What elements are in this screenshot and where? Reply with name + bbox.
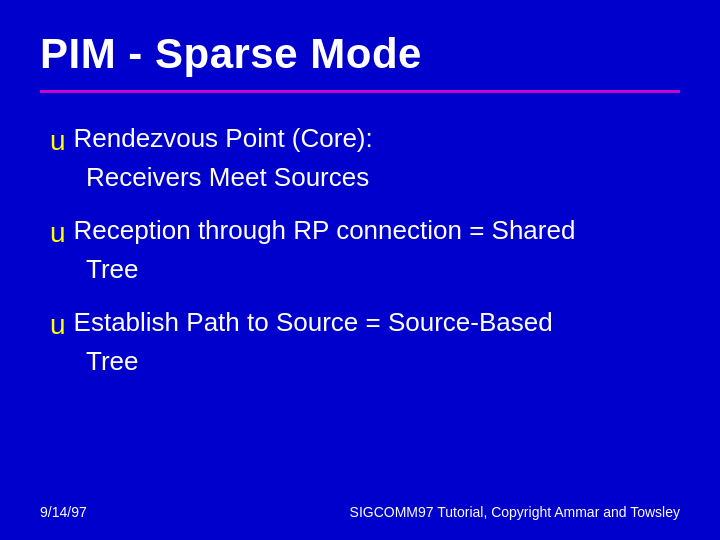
bullet-line-1: u Rendezvous Point (Core): xyxy=(50,121,680,160)
bullet-text-1a: Rendezvous Point (Core): xyxy=(74,121,373,156)
bullet-indent-2: Tree xyxy=(50,252,680,287)
title-section: PIM - Sparse Mode xyxy=(40,30,680,93)
bullet-item-1: u Rendezvous Point (Core): Receivers Mee… xyxy=(50,121,680,195)
bullet-indent-1: Receivers Meet Sources xyxy=(50,160,680,195)
bullet-item-3: u Establish Path to Source = Source-Base… xyxy=(50,305,680,379)
bullet-indent-3: Tree xyxy=(50,344,680,379)
bullet-marker-1: u xyxy=(50,122,66,160)
bullet-line-3: u Establish Path to Source = Source-Base… xyxy=(50,305,680,344)
footer-credit: SIGCOMM97 Tutorial, Copyright Ammar and … xyxy=(350,504,680,520)
footer-date: 9/14/97 xyxy=(40,504,87,520)
bullet-item-2: u Reception through RP connection = Shar… xyxy=(50,213,680,287)
bullet-line-2: u Reception through RP connection = Shar… xyxy=(50,213,680,252)
slide: PIM - Sparse Mode u Rendezvous Point (Co… xyxy=(0,0,720,540)
bullet-marker-3: u xyxy=(50,306,66,344)
bullet-text-2a: Reception through RP connection = Shared xyxy=(74,213,576,248)
slide-title: PIM - Sparse Mode xyxy=(40,30,680,78)
content-section: u Rendezvous Point (Core): Receivers Mee… xyxy=(40,121,680,494)
bullet-marker-2: u xyxy=(50,214,66,252)
footer: 9/14/97 SIGCOMM97 Tutorial, Copyright Am… xyxy=(40,494,680,520)
bullet-text-3a: Establish Path to Source = Source-Based xyxy=(74,305,553,340)
